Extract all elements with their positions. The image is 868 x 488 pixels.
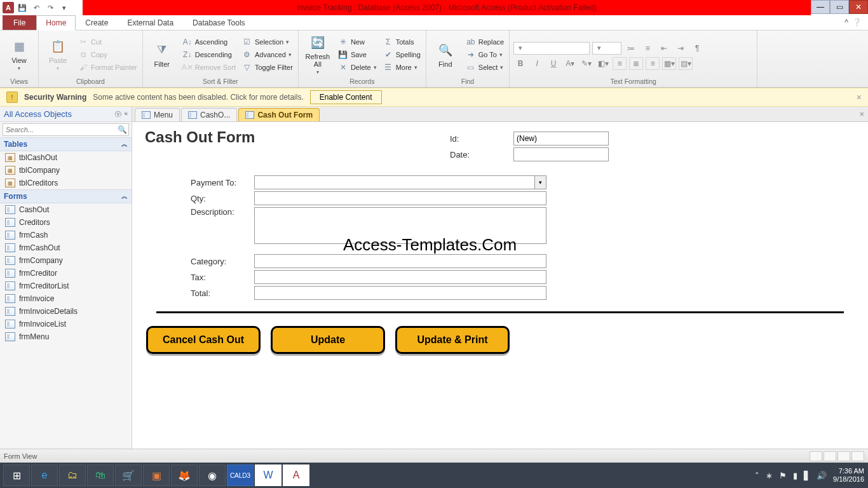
nav-search-input[interactable] xyxy=(3,126,116,133)
maximize-button[interactable]: ▭ xyxy=(830,0,849,14)
selection-button[interactable]: ☑Selection xyxy=(241,36,294,48)
fill-color-icon[interactable]: ◧▾ xyxy=(596,57,610,70)
nav-item-form[interactable]: frmInvoiceDetails xyxy=(0,305,132,318)
tab-database-tools[interactable]: Database Tools xyxy=(183,15,255,30)
nav-item-form[interactable]: CashOut xyxy=(0,203,132,216)
taskbar-app-icon[interactable]: CALD3 xyxy=(227,464,254,486)
taskbar-ie-icon[interactable]: e xyxy=(31,464,58,486)
taskbar-firefox-icon[interactable]: 🦊 xyxy=(171,464,198,486)
gridlines-icon[interactable]: ▦▾ xyxy=(662,57,676,70)
tax-field[interactable] xyxy=(254,270,546,284)
nav-item-table[interactable]: ▦tblCreditors xyxy=(0,177,132,189)
nav-category-forms[interactable]: Forms ︽ xyxy=(0,189,132,203)
remove-sort-button[interactable]: A✕Remove Sort xyxy=(181,62,237,73)
nav-collapse-icon[interactable]: « xyxy=(124,110,128,119)
alt-row-icon[interactable]: ▤▾ xyxy=(679,57,693,70)
taskbar-store-icon[interactable]: 🛍 xyxy=(87,464,114,486)
numbering-icon[interactable]: ≡ xyxy=(641,42,654,55)
save-icon[interactable]: 💾 xyxy=(17,2,28,13)
nav-item-table[interactable]: ▦tblCashOut xyxy=(0,151,132,164)
nav-header[interactable]: All Access Objects ⓥ « xyxy=(0,107,132,122)
indent-inc-icon[interactable]: ⇥ xyxy=(674,42,688,55)
tray-chevron-up-icon[interactable]: ˄ xyxy=(755,471,759,480)
qat-dropdown-icon[interactable]: ▾ xyxy=(58,2,70,13)
redo-icon[interactable]: ↷ xyxy=(44,2,56,13)
nav-item-form[interactable]: frmInvoiceList xyxy=(0,318,132,330)
new-record-button[interactable]: ✳New xyxy=(337,36,378,48)
tray-clock[interactable]: 7:36 AM 9/18/2016 xyxy=(833,467,864,484)
nav-item-form[interactable]: frmInvoice xyxy=(0,292,132,305)
ascending-button[interactable]: A↓Ascending xyxy=(181,36,237,48)
highlight-icon[interactable]: ✎▾ xyxy=(580,57,593,70)
delete-record-button[interactable]: ✕Delete xyxy=(337,62,378,73)
update-button[interactable]: Update xyxy=(271,326,385,354)
nav-item-table[interactable]: ▦tblCompany xyxy=(0,164,132,177)
text-dir-icon[interactable]: ¶ xyxy=(690,42,704,55)
tab-external-data[interactable]: External Data xyxy=(118,15,183,30)
advanced-button[interactable]: ⚙Advanced xyxy=(241,49,294,60)
tab-home[interactable]: Home xyxy=(36,15,76,30)
enable-content-button[interactable]: Enable Content xyxy=(310,90,382,104)
security-close-icon[interactable]: × xyxy=(857,92,862,102)
replace-button[interactable]: abReplace xyxy=(465,36,505,48)
tray-volume-icon[interactable]: 🔊 xyxy=(817,471,827,480)
date-field[interactable] xyxy=(513,147,609,161)
nav-category-tables[interactable]: Tables ︽ xyxy=(0,137,132,151)
font-family-combo[interactable]: ▾ xyxy=(513,42,590,55)
taskbar-explorer-icon[interactable]: 🗂 xyxy=(59,464,86,486)
doc-tab-cashout-list[interactable]: CashO... xyxy=(181,108,237,121)
nav-item-form[interactable]: frmMenu xyxy=(0,330,132,343)
total-field[interactable] xyxy=(254,286,546,300)
tab-create[interactable]: Create xyxy=(76,15,118,30)
bullets-icon[interactable]: ≔ xyxy=(624,42,638,55)
italic-icon[interactable]: I xyxy=(530,57,544,70)
taskbar-word-icon[interactable]: W xyxy=(255,464,281,486)
select-button[interactable]: ▭Select xyxy=(465,62,505,73)
font-size-combo[interactable]: ▾ xyxy=(592,42,621,55)
start-button[interactable]: ⊞ xyxy=(3,464,30,486)
descending-button[interactable]: Z↓Descending xyxy=(181,49,237,60)
taskbar-app-icon[interactable]: ▣ xyxy=(143,464,170,486)
doc-tab-cashout-form[interactable]: Cash Out Form xyxy=(238,108,320,121)
copy-button[interactable]: ⧉Copy xyxy=(77,49,139,60)
help-icon[interactable]: ❔ xyxy=(852,18,862,27)
nav-item-form[interactable]: frmCashOut xyxy=(0,241,132,254)
font-color-icon[interactable]: A▾ xyxy=(563,57,577,70)
indent-dec-icon[interactable]: ⇤ xyxy=(657,42,671,55)
paste-button[interactable]: 📋 Paste ▾ xyxy=(43,37,73,71)
view-design-icon[interactable] xyxy=(851,451,864,461)
view-button[interactable]: ▦ View ▾ xyxy=(4,37,34,71)
search-icon[interactable]: 🔍 xyxy=(116,125,128,134)
format-painter-button[interactable]: 🖌Format Painter xyxy=(77,62,139,73)
cut-button[interactable]: ✂Cut xyxy=(77,36,139,48)
view-datasheet-icon[interactable] xyxy=(824,451,836,461)
refresh-all-button[interactable]: 🔄 Refresh All ▾ xyxy=(302,34,333,75)
nav-item-form[interactable]: frmCash xyxy=(0,229,132,241)
toggle-filter-button[interactable]: ▽Toggle Filter xyxy=(241,62,294,73)
nav-item-form[interactable]: frmCreditor xyxy=(0,267,132,280)
nav-dropdown-icon[interactable]: ⓥ xyxy=(115,110,121,119)
tab-close-icon[interactable]: × xyxy=(859,109,864,119)
more-button[interactable]: ☰More xyxy=(382,62,422,73)
minimize-button[interactable]: — xyxy=(811,0,830,14)
category-field[interactable] xyxy=(254,254,546,268)
find-button[interactable]: 🔍 Find xyxy=(430,41,461,68)
taskbar-app-icon[interactable]: 🛒 xyxy=(115,464,142,486)
bold-icon[interactable]: B xyxy=(513,57,527,70)
undo-icon[interactable]: ↶ xyxy=(31,2,42,13)
doc-tab-menu[interactable]: Menu xyxy=(135,108,180,121)
taskbar-chrome-icon[interactable]: ◉ xyxy=(199,464,226,486)
goto-button[interactable]: ➜Go To xyxy=(465,49,505,60)
totals-button[interactable]: ΣTotals xyxy=(382,36,422,48)
update-print-button[interactable]: Update & Print xyxy=(395,326,510,354)
cancel-cash-out-button[interactable]: Cancel Cash Out xyxy=(146,326,261,354)
spelling-button[interactable]: ✔Spelling xyxy=(382,49,422,60)
payment-to-combo[interactable]: ▾ xyxy=(254,175,546,189)
taskbar-access-icon[interactable]: A xyxy=(283,464,309,486)
align-right-icon[interactable]: ≡ xyxy=(646,57,660,70)
save-record-button[interactable]: 💾Save xyxy=(337,49,378,60)
filter-button[interactable]: ⧩ Filter xyxy=(147,41,177,68)
nav-item-form[interactable]: Creditors xyxy=(0,216,132,229)
underline-icon[interactable]: U xyxy=(546,57,560,70)
tray-bluetooth-icon[interactable]: ∗ xyxy=(766,471,773,480)
